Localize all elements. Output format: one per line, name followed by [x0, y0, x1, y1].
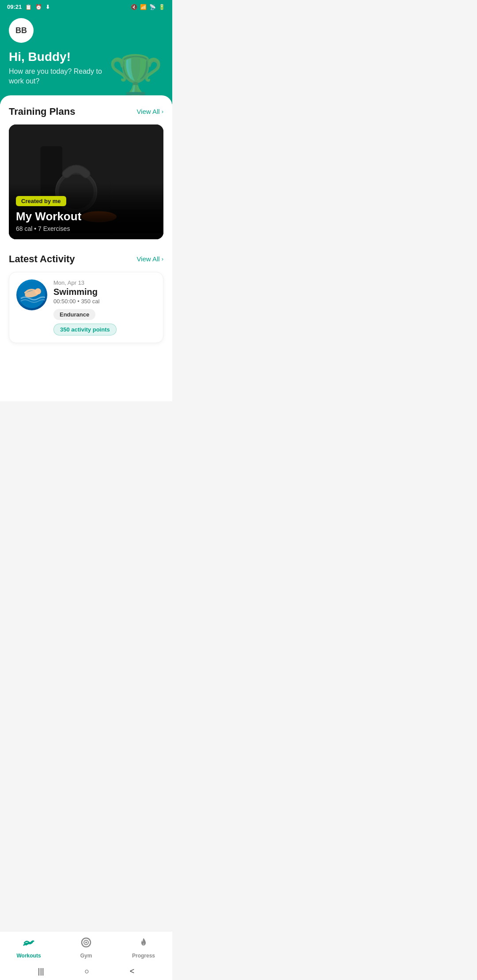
swimming-image [16, 279, 47, 310]
svg-point-11 [35, 288, 41, 294]
activity-tags: Endurance 350 activity points [53, 309, 156, 335]
activity-image [16, 279, 47, 310]
workout-meta: 68 cal • 7 Exercises [16, 225, 156, 232]
main-content: Training Plans View All › [0, 95, 172, 401]
greeting-subtitle: How are you today? Ready to work out? [9, 67, 110, 87]
wifi-icon: 📶 [140, 4, 147, 10]
tag-endurance: Endurance [53, 309, 95, 320]
activity-info: Mon, Apr 13 Swimming 00:50:00 • 350 cal … [53, 279, 156, 335]
training-plans-title: Training Plans [9, 106, 75, 117]
training-plans-view-all[interactable]: View All › [136, 108, 163, 115]
training-plans-header: Training Plans View All › [9, 106, 163, 117]
trophy-icon: 🏆 [108, 56, 163, 100]
activity-name: Swimming [53, 287, 156, 297]
created-badge: Created by me [16, 196, 66, 206]
activity-card[interactable]: Mon, Apr 13 Swimming 00:50:00 • 350 cal … [9, 272, 163, 343]
status-right: 🔇 📶 📡 🔋 [131, 4, 165, 10]
chevron-right-icon-2: › [162, 256, 163, 262]
latest-activity-section: Latest Activity View All › [9, 253, 163, 343]
latest-activity-title: Latest Activity [9, 253, 75, 265]
training-plan-card[interactable]: Created by me My Workout 68 cal • 7 Exer… [9, 124, 163, 239]
clipboard-icon: 📋 [25, 4, 32, 10]
activity-date: Mon, Apr 13 [53, 279, 156, 286]
status-left: 09:21 📋 ⏰ ⬇ [7, 4, 50, 10]
signal-icon: 📡 [149, 4, 156, 10]
latest-activity-view-all[interactable]: View All › [136, 255, 163, 263]
avatar[interactable]: BB [9, 18, 34, 43]
tag-points: 350 activity points [53, 324, 117, 335]
alarm-icon: ⏰ [35, 4, 42, 10]
mute-icon: 🔇 [131, 4, 137, 10]
battery-icon: 🔋 [159, 4, 165, 10]
workout-title: My Workout [16, 210, 156, 223]
status-time: 09:21 [7, 4, 22, 10]
latest-activity-header: Latest Activity View All › [9, 253, 163, 265]
download-icon: ⬇ [45, 4, 50, 10]
chevron-right-icon: › [162, 108, 163, 115]
status-bar: 09:21 📋 ⏰ ⬇ 🔇 📶 📡 🔋 [0, 0, 172, 13]
activity-stats: 00:50:00 • 350 cal [53, 298, 156, 305]
card-overlay: Created by me My Workout 68 cal • 7 Exer… [9, 189, 163, 239]
header-section: BB Hi, Buddy! How are you today? Ready t… [0, 13, 172, 104]
